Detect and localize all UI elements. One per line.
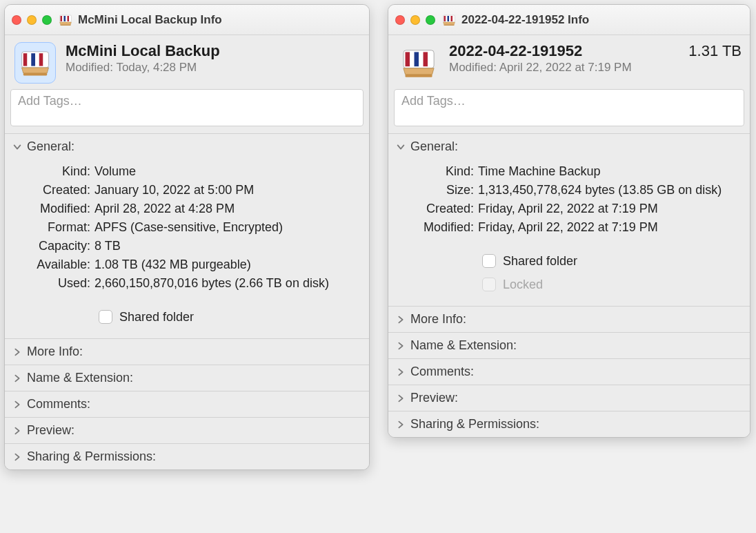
drive-icon (59, 13, 72, 27)
value: APFS (Case-sensitive, Encrypted) (94, 218, 362, 237)
drive-icon (442, 13, 456, 27)
value: 8 TB (94, 237, 362, 255)
value: Volume (94, 162, 362, 181)
chevron-down-icon (395, 142, 406, 153)
titlebar[interactable]: 2022-04-22-191952 Info (388, 5, 750, 35)
value: 2,660,150,870,016 bytes (2.66 TB on disk… (94, 274, 362, 293)
zoom-icon[interactable] (42, 15, 52, 25)
section-title: General: (410, 139, 458, 154)
shared-folder-checkbox[interactable] (482, 254, 496, 268)
locked-checkbox (482, 278, 496, 291)
chevron-down-icon (12, 142, 23, 153)
close-icon[interactable] (395, 15, 405, 25)
label: Used: (12, 274, 94, 293)
chevron-right-icon (395, 314, 406, 325)
section-title: Preview: (27, 423, 74, 438)
chevron-right-icon (395, 419, 406, 430)
item-size: 1.31 TB (688, 42, 742, 60)
label: Modified: (12, 200, 94, 218)
tags-input[interactable] (10, 89, 364, 126)
section-title: Preview: (410, 391, 458, 405)
section-title: Sharing & Permissions: (27, 449, 156, 464)
minimize-icon[interactable] (27, 15, 37, 25)
traffic-lights (12, 15, 52, 25)
section-header-preview[interactable]: Preview: (388, 385, 750, 411)
label: Kind: (395, 162, 478, 181)
label: Modified: (395, 218, 478, 237)
value: January 10, 2022 at 5:00 PM (94, 181, 362, 200)
label: Created: (395, 200, 478, 218)
locked-label: Locked (503, 273, 543, 296)
section-body-general: Kind:Volume Created:January 10, 2022 at … (5, 159, 369, 338)
tags-field (5, 89, 369, 133)
info-header: McMini Local Backup Modified: Today, 4:2… (5, 35, 369, 89)
label: Kind: (12, 162, 94, 181)
chevron-right-icon (395, 393, 406, 404)
chevron-right-icon (12, 452, 23, 463)
section-header-general[interactable]: General: (388, 134, 750, 159)
traffic-lights (395, 15, 435, 25)
section-header-comments[interactable]: Comments: (5, 391, 369, 417)
section-header-preview[interactable]: Preview: (5, 418, 369, 443)
value: Friday, April 22, 2022 at 7:19 PM (478, 200, 743, 218)
item-name: McMini Local Backup (66, 42, 220, 60)
tags-input[interactable] (394, 89, 744, 126)
info-header: 2022-04-22-191952 1.31 TB Modified: Apri… (388, 35, 750, 89)
section-header-comments[interactable]: Comments: (388, 359, 750, 385)
chevron-right-icon (395, 340, 406, 351)
section-header-general[interactable]: General: (5, 134, 369, 159)
modified-summary: Modified: April 22, 2022 at 7:19 PM (449, 61, 742, 75)
label: Available: (12, 255, 94, 274)
label: Size: (395, 181, 478, 200)
window-title: McMini Local Backup Info (78, 13, 222, 27)
label: Capacity: (12, 237, 94, 255)
section-header-name-extension[interactable]: Name & Extension: (388, 333, 750, 358)
section-title: More Info: (27, 345, 83, 359)
item-name: 2022-04-22-191952 (449, 42, 582, 60)
section-title: More Info: (410, 312, 466, 327)
section-header-sharing[interactable]: Sharing & Permissions: (388, 411, 750, 437)
value: 1,313,450,778,624 bytes (13.85 GB on dis… (478, 181, 743, 200)
tags-field (388, 89, 750, 133)
drive-icon (14, 42, 56, 84)
section-title: Comments: (27, 397, 90, 411)
section-header-more-info[interactable]: More Info: (5, 339, 369, 365)
info-window-left: McMini Local Backup Info McMini Local Ba… (4, 4, 370, 470)
value: 1.08 TB (432 MB purgeable) (94, 255, 362, 274)
chevron-right-icon (395, 367, 406, 378)
info-window-right: 2022-04-22-191952 Info 2022-04-22-191952… (388, 4, 750, 438)
value: April 28, 2022 at 4:28 PM (94, 200, 362, 218)
section-title: Name & Extension: (410, 338, 517, 353)
section-header-more-info[interactable]: More Info: (388, 307, 750, 332)
titlebar[interactable]: McMini Local Backup Info (5, 5, 369, 35)
modified-summary: Modified: Today, 4:28 PM (66, 61, 361, 75)
section-title: Sharing & Permissions: (410, 417, 539, 432)
section-title: General: (27, 139, 74, 154)
window-title: 2022-04-22-191952 Info (461, 13, 589, 27)
minimize-icon[interactable] (410, 15, 420, 25)
chevron-right-icon (12, 425, 23, 436)
value: Time Machine Backup (478, 162, 743, 181)
value: Friday, April 22, 2022 at 7:19 PM (478, 218, 743, 237)
close-icon[interactable] (12, 15, 21, 25)
section-general: General: Kind:Time Machine Backup Size:1… (388, 133, 750, 306)
shared-folder-label: Shared folder (119, 305, 194, 329)
section-header-sharing[interactable]: Sharing & Permissions: (5, 444, 369, 469)
label: Format: (12, 218, 94, 237)
section-header-name-extension[interactable]: Name & Extension: (5, 365, 369, 391)
section-general: General: Kind:Volume Created:January 10,… (5, 133, 369, 338)
shared-folder-checkbox[interactable] (99, 310, 112, 324)
section-title: Comments: (410, 365, 474, 379)
zoom-icon[interactable] (426, 15, 435, 25)
chevron-right-icon (12, 399, 23, 410)
section-body-general: Kind:Time Machine Backup Size:1,313,450,… (388, 159, 750, 306)
section-title: Name & Extension: (27, 371, 133, 385)
drive-icon (398, 42, 439, 84)
label: Created: (12, 181, 94, 200)
chevron-right-icon (12, 373, 23, 384)
shared-folder-label: Shared folder (503, 249, 577, 273)
chevron-right-icon (12, 347, 23, 358)
